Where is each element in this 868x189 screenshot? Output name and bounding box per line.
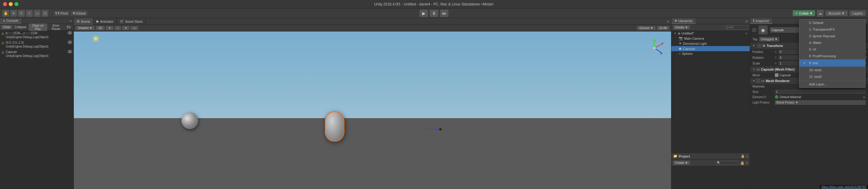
tag-dropdown[interactable]: Untagged ▼	[759, 37, 779, 42]
console-count-0: 1	[67, 31, 72, 34]
hierarchy-project-column: ⊕ Hierarchy ≡ Create ▼ ▼ ⊕ Untitled* ≡	[672, 18, 750, 189]
scene-item-menu[interactable]: ≡	[745, 32, 747, 35]
console-tab-strip: ≡ Console ≡	[0, 18, 73, 24]
scene-tab[interactable]: ⊞ Scene	[74, 18, 93, 25]
hierarchy-item-light[interactable]: ☀ Directional Light	[672, 41, 750, 46]
transform-checkbox[interactable]	[757, 44, 761, 48]
account-button[interactable]: Account ▼	[825, 10, 848, 16]
element-select-icon[interactable]: ◎	[863, 96, 866, 99]
scene-menu-icon[interactable]: ≡	[667, 19, 669, 24]
project-lock-icon[interactable]: 🔒	[741, 154, 745, 158]
hierarchy-menu-icon[interactable]: ≡	[744, 19, 750, 24]
layer-item-4[interactable]: 4: Water	[799, 39, 865, 46]
transform-tool[interactable]: ⊡	[42, 10, 49, 17]
materials-size-input[interactable]	[775, 90, 866, 94]
hierarchy-item-scene[interactable]: ▼ ⊕ Untitled* ≡	[672, 31, 750, 36]
step-button[interactable]: ⏭	[440, 10, 448, 17]
hierarchy-item-capsule[interactable]: ◉ Capsule	[672, 46, 750, 51]
scale-tool[interactable]: ⤢	[26, 10, 33, 17]
layer-item-2[interactable]: 2: Ignore Raycast	[799, 33, 865, 39]
move-tool[interactable]: ✛	[10, 10, 17, 17]
console-count-2: 1	[67, 50, 72, 53]
right-toolbar: ✓ Collab ▼ ☁ Account ▼ Layers 0: Default…	[793, 8, 868, 18]
layer-item-8[interactable]: 8: PostProcessing	[799, 53, 865, 59]
sphere-object[interactable]	[182, 112, 198, 129]
hierarchy-toolbar: Create ▼	[672, 24, 750, 31]
hierarchy-tab[interactable]: ⊕ Hierarchy	[672, 18, 696, 24]
animator-tab[interactable]: ▶ Animator	[93, 18, 117, 25]
hand-tool[interactable]: ✋	[2, 10, 9, 17]
play-button[interactable]: ▶	[420, 10, 428, 17]
project-menu-icon[interactable]: ≡	[746, 155, 748, 158]
rect-tool[interactable]: ▭	[34, 10, 40, 17]
layer-item-add[interactable]: Add Layer...	[799, 81, 865, 87]
clear-on-play-button[interactable]: Clear on Play	[29, 24, 47, 31]
pivot-toggle[interactable]: ¶ ¶ Pivot	[54, 11, 69, 16]
layers-button[interactable]: Layers 0: Default 1: TransparentFX 2: Ig…	[849, 10, 866, 16]
console-menu-icon[interactable]: ≡	[70, 19, 72, 23]
mesh-filter-label: Capsule (Mesh Filter)	[761, 68, 795, 71]
layer-item-5[interactable]: 5: UI	[799, 46, 865, 53]
pause-button[interactable]: ⏸	[430, 10, 438, 17]
rotate-tool[interactable]: ↻	[18, 10, 25, 17]
play-controls: ▶ ⏸ ⏭	[420, 10, 448, 17]
collapse-button[interactable]: Collapse	[13, 25, 28, 29]
inspector-tab-label: Inspector	[755, 19, 769, 23]
hierarchy-item-sphere[interactable]: ○ Sphere	[672, 51, 750, 56]
layer-item-11[interactable]: 11: test2	[799, 73, 865, 80]
2d-button[interactable]: 2D	[96, 26, 105, 30]
gizmos-button[interactable]: Gizmos ▼	[637, 26, 656, 30]
active-checkbox[interactable]	[752, 28, 756, 32]
url-bar[interactable]: https://blog.csdn.net/u014196765	[819, 185, 868, 189]
window-title: Unity 2018.4.0f1 - Untitled - danei4 - P…	[374, 2, 494, 6]
capsule-object[interactable]	[325, 111, 344, 142]
close-button[interactable]	[3, 2, 7, 6]
inspector-tab[interactable]: ℹ Inspector	[750, 18, 772, 24]
warn-icon-2: ⚠	[1, 50, 4, 55]
error-pause-button[interactable]: Error Pause	[48, 24, 64, 31]
light-probes-dropdown[interactable]: Blend Probes ▼	[775, 100, 866, 105]
persp-label: < Persp	[647, 115, 657, 118]
pivot-icon: ¶	[55, 11, 57, 15]
maximize-button[interactable]	[14, 2, 19, 6]
console-entry-1[interactable]: ⚠ (0.0, 0.0, 2.3) UnityEngine.Debug.Log(…	[0, 40, 73, 49]
capsule-icon: ◉	[679, 47, 682, 51]
scene-viewport[interactable]: ☀ < Persp	[74, 31, 671, 189]
pivot-label: ¶ Pivot	[58, 11, 68, 15]
global-toggle[interactable]: ⊕ Global	[71, 10, 87, 16]
object-icon-box: ◉	[758, 25, 768, 34]
console-entry-2[interactable]: ⚠ Capsule UnityEngine.Debug.Log(Object) …	[0, 49, 73, 59]
audio-button[interactable]: ♪	[115, 26, 121, 30]
layer-item-0[interactable]: 0: Default	[799, 19, 865, 26]
scene-gizmo[interactable]	[644, 37, 665, 59]
hierarchy-create-button[interactable]: Create ▼	[673, 25, 690, 29]
minimize-button[interactable]	[9, 2, 13, 6]
clear-button[interactable]: Clear	[1, 25, 12, 29]
lp-arrow: ▼	[796, 101, 799, 104]
project-create-button[interactable]: Create ▼	[673, 161, 690, 165]
project-list-icon[interactable]: ≡	[746, 161, 748, 165]
console-tab[interactable]: ≡ Console	[0, 18, 22, 24]
light-button[interactable]: ☀	[106, 26, 114, 30]
hierarchy-item-camera[interactable]: 📷 Main Camera	[672, 36, 750, 41]
fx-button[interactable]: ✦	[122, 26, 129, 30]
project-lock2-icon[interactable]: 🔒	[740, 161, 745, 165]
collab-button[interactable]: ✓ Collab ▼	[793, 10, 815, 16]
project-panel: 📁 Project 🔒 ≡ Create ▼ 🔒 ≡	[672, 153, 750, 189]
asset-store-tab[interactable]: 🛒 Asset Store	[117, 18, 146, 25]
layer-item-9[interactable]: ✓ 9: test	[799, 59, 865, 66]
shaded-dropdown[interactable]: Shaded ▼	[75, 26, 95, 30]
search-all-button[interactable]: Q+All	[657, 26, 669, 30]
project-toolbar: Create ▼ 🔒 ≡	[672, 160, 750, 166]
cloud-button[interactable]: ☁	[817, 10, 824, 17]
scale-x-label: X	[775, 62, 778, 65]
screen-button[interactable]: ▭	[131, 26, 138, 30]
console-tab-label: Console	[6, 19, 18, 22]
layer-item-10[interactable]: 10: test1	[799, 66, 865, 73]
mr-checkbox[interactable]	[756, 79, 760, 83]
project-search-input[interactable]	[715, 161, 739, 165]
layer-item-1[interactable]: 1: TransparentFX	[799, 26, 865, 33]
editor-button[interactable]: Ed	[65, 25, 72, 29]
console-entry-0[interactable]: ⚠ b:::::::1536,,,,c:::::::1536 UnityEngi…	[0, 31, 73, 40]
hierarchy-search-input[interactable]	[724, 25, 748, 30]
